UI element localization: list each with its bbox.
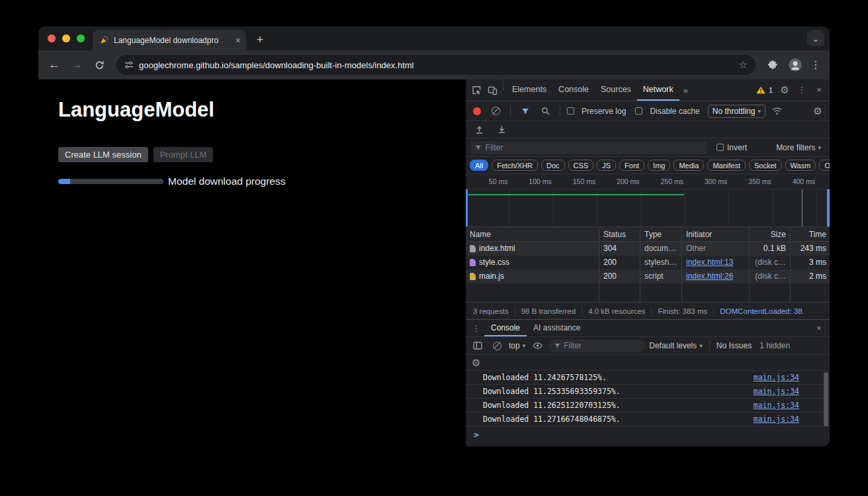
request-initiator[interactable]: Other <box>682 242 750 256</box>
devtools-tab[interactable]: Console <box>552 79 595 101</box>
hidden-messages-count[interactable]: 1 hidden <box>760 341 790 350</box>
window-zoom-button[interactable] <box>77 34 85 42</box>
devtools-tab[interactable]: Network <box>637 79 679 101</box>
bookmark-star-icon[interactable]: ☆ <box>739 59 748 71</box>
filter-toggle-button[interactable] <box>517 103 533 119</box>
request-row[interactable]: main.js 200 script index.html:26 (disk c… <box>466 270 830 283</box>
inspect-element-button[interactable] <box>468 82 484 98</box>
new-tab-button[interactable]: + <box>251 31 269 48</box>
filter-chip[interactable]: Wasm <box>785 160 816 171</box>
filter-chip[interactable]: Doc <box>541 160 565 171</box>
filter-chip[interactable]: Img <box>648 160 670 171</box>
network-conditions-button[interactable] <box>769 103 785 119</box>
console-prompt[interactable]: > <box>466 426 830 446</box>
site-settings-icon[interactable] <box>124 60 134 70</box>
column-header-type[interactable]: Type <box>640 227 682 241</box>
request-initiator[interactable]: index.html:13 <box>682 256 750 270</box>
devtools-tab[interactable]: Elements <box>506 79 552 101</box>
window-minimize-button[interactable] <box>62 34 70 42</box>
network-overview-timeline[interactable]: 50 ms100 ms150 ms200 ms250 ms300 ms350 m… <box>466 174 830 227</box>
warning-icon[interactable] <box>756 86 765 94</box>
request-row[interactable]: index.html 304 docum… Other 0.1 kB 243 m… <box>466 242 830 256</box>
devtools-settings-icon[interactable]: ⚙ <box>777 82 793 98</box>
console-message[interactable]: Downloaded 11.26251220703125%. main.js:3… <box>466 399 830 413</box>
record-network-log-button[interactable] <box>473 107 481 115</box>
requests-table-header: Name Status Type Initiator Size Time <box>466 227 830 242</box>
prompt-llm-button[interactable]: Prompt LLM <box>153 147 214 162</box>
create-llm-session-button[interactable]: Create LLM session <box>58 147 148 162</box>
column-header-size[interactable]: Size <box>750 227 791 241</box>
summary-item: DOMContentLoaded: 38 <box>714 307 808 315</box>
console-message-source-link[interactable]: main.js:34 <box>754 415 830 424</box>
warning-count[interactable]: 1 <box>769 86 773 94</box>
window-close-button[interactable] <box>48 34 56 42</box>
column-header-initiator[interactable]: Initiator <box>682 227 750 241</box>
column-header-time[interactable]: Time <box>791 227 830 241</box>
disable-cache-checkbox[interactable] <box>635 107 642 115</box>
console-filter-input[interactable] <box>564 341 640 350</box>
console-message-source-link[interactable]: main.js:34 <box>754 387 830 396</box>
import-har-button[interactable] <box>471 122 487 138</box>
filter-chip[interactable]: Media <box>673 160 704 171</box>
address-bar[interactable]: googlechrome.github.io/samples/downloadi… <box>116 55 756 75</box>
timeline-tick: 100 ms <box>509 174 553 189</box>
devtools-close-icon[interactable]: × <box>811 82 827 98</box>
request-initiator[interactable]: index.html:26 <box>682 270 750 283</box>
preserve-log-checkbox[interactable] <box>567 107 574 115</box>
console-message[interactable]: Downloaded 11.27166748046875%. main.js:3… <box>466 413 830 426</box>
more-filters-label: More filters <box>776 143 815 152</box>
tab-close-icon[interactable]: × <box>236 36 241 45</box>
filter-chip[interactable]: All <box>470 160 488 171</box>
console-sidebar-toggle[interactable] <box>470 338 486 354</box>
column-header-status[interactable]: Status <box>599 227 640 241</box>
browser-tab[interactable]: LanguageModel downloadpro × <box>93 30 246 50</box>
console-message-source-link[interactable]: main.js:34 <box>754 373 830 382</box>
console-scrollbar-thumb[interactable] <box>824 372 828 426</box>
filter-chip[interactable]: Fetch/XHR <box>492 160 538 171</box>
network-filter-box[interactable] <box>470 141 707 154</box>
clear-network-log-button[interactable] <box>492 107 500 115</box>
filter-chip[interactable]: CSS <box>568 160 594 171</box>
column-header-name[interactable]: Name <box>466 227 599 241</box>
reload-button[interactable] <box>90 56 108 74</box>
device-toolbar-button[interactable] <box>484 82 500 98</box>
network-search-button[interactable] <box>537 103 553 119</box>
drawer-menu-icon[interactable]: ⋮ <box>468 321 484 336</box>
console-message[interactable]: Downloaded 11.24267578125%. main.js:34 <box>466 371 830 385</box>
timeline-graph[interactable] <box>466 189 830 226</box>
profile-button[interactable] <box>786 56 804 74</box>
invert-checkbox[interactable] <box>716 144 724 151</box>
throttling-select[interactable]: No throttling ▾ <box>708 105 765 118</box>
context-selector[interactable]: top ▾ <box>509 341 525 350</box>
clear-console-button[interactable] <box>493 342 501 350</box>
console-filter-box[interactable] <box>549 340 645 352</box>
issues-counter[interactable]: No Issues <box>716 341 752 350</box>
devtools-menu-icon[interactable]: ⋮ <box>794 82 810 98</box>
more-filters-button[interactable]: More filters ▾ <box>776 143 825 152</box>
console-settings-icon[interactable]: ⚙ <box>472 357 480 369</box>
console-message-source-link[interactable]: main.js:34 <box>754 401 830 410</box>
network-settings-icon[interactable]: ⚙ <box>810 103 826 119</box>
back-button[interactable]: ← <box>45 56 64 74</box>
devtools-tab[interactable]: Sources <box>595 79 637 101</box>
filter-chip[interactable]: Other <box>819 160 830 171</box>
more-tabs-button[interactable]: » <box>679 79 692 101</box>
drawer-close-icon[interactable]: × <box>811 321 827 336</box>
request-row[interactable]: style.css 200 stylesh… index.html:13 (di… <box>466 256 830 270</box>
drawer-tab[interactable]: AI assistance <box>527 320 587 336</box>
browser-menu-button[interactable]: ⋮ <box>808 59 823 71</box>
filter-chip[interactable]: Socket <box>749 160 782 171</box>
tab-search-button[interactable]: ⌄ <box>807 30 824 46</box>
extensions-button[interactable] <box>763 56 782 74</box>
console-message[interactable]: Downloaded 11.25335693359375%. main.js:3… <box>466 385 830 399</box>
forward-button[interactable]: → <box>67 56 86 74</box>
log-levels-select[interactable]: Default levels ▾ <box>649 341 703 350</box>
network-filter-input[interactable] <box>486 143 703 152</box>
filter-chip[interactable]: Manifest <box>707 160 746 171</box>
filter-chip[interactable]: JS <box>597 160 616 171</box>
live-expression-button[interactable] <box>529 338 545 354</box>
download-icon <box>498 125 506 134</box>
filter-chip[interactable]: Font <box>619 160 644 171</box>
export-har-button[interactable] <box>494 122 509 138</box>
drawer-tab[interactable]: Console <box>484 320 527 336</box>
